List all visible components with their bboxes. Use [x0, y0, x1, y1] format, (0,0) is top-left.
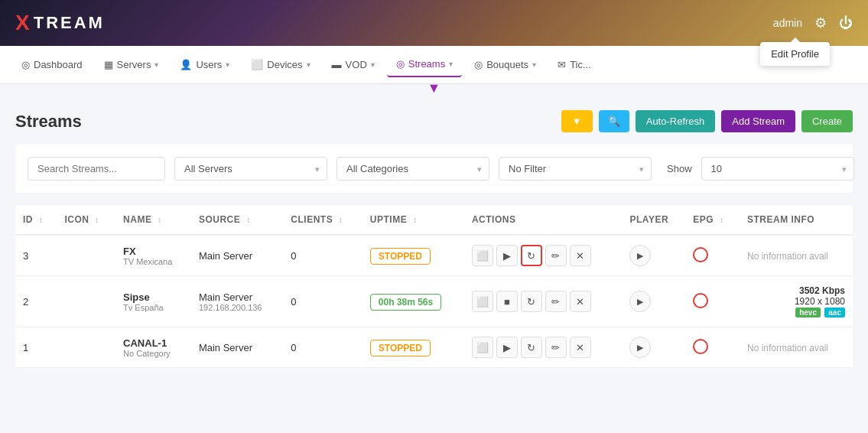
row-name: Sipse Tv España — [115, 276, 191, 327]
reload-button[interactable]: ↻ — [521, 291, 542, 312]
delete-button[interactable]: ✕ — [570, 337, 591, 358]
stop-button[interactable]: ■ — [496, 291, 518, 312]
logo: X TREAM — [15, 11, 105, 35]
show-label: Show — [667, 163, 692, 174]
reload-button[interactable]: ↻ — [521, 245, 542, 266]
users-icon: 👤 — [180, 59, 192, 70]
stream-name: Sipse — [123, 291, 184, 303]
power-icon[interactable]: ⏻ — [839, 15, 853, 31]
bouquets-icon: ◎ — [474, 59, 483, 70]
settings-icon[interactable]: ⚙ — [814, 15, 827, 31]
vod-icon: ▬ — [332, 59, 342, 70]
edit-button[interactable]: ✏ — [545, 291, 567, 312]
nav-label-servers: Servers — [117, 59, 151, 70]
page-title: Streams — [15, 112, 82, 132]
row-source: Main Server 192.168.200.136 — [191, 276, 283, 327]
streams-dropdown-arrow: ▼ — [0, 81, 868, 95]
row-epg — [685, 276, 740, 327]
filter-select[interactable]: No Filter — [499, 157, 652, 181]
search-button[interactable]: 🔍 — [599, 110, 629, 132]
play-button[interactable]: ▶ — [496, 245, 518, 266]
delete-button[interactable]: ✕ — [570, 291, 591, 312]
row-id: 1 — [15, 327, 57, 368]
nav-label-users: Users — [196, 59, 222, 70]
row-name: CANAL-1 No Category — [115, 327, 191, 368]
stream-sub: Tv España — [123, 303, 184, 312]
search-input[interactable] — [28, 157, 165, 181]
status-badge: 00h 38m 56s — [370, 294, 441, 311]
chevron-down-icon: ▾ — [307, 60, 310, 69]
col-epg: EPG ↕ — [685, 205, 740, 235]
action-buttons: ⬜ ▶ ↻ ✏ ✕ — [472, 245, 615, 266]
edit-button[interactable]: ✏ — [545, 245, 567, 266]
add-stream-button[interactable]: Add Stream — [721, 110, 795, 132]
col-uptime: UPTIME ↕ — [362, 205, 464, 235]
row-uptime: 00h 38m 56s — [362, 276, 464, 327]
nav-item-vod[interactable]: ▬ VOD ▾ — [323, 53, 384, 77]
stream-name: CANAL-1 — [123, 337, 184, 349]
source-ip: 192.168.200.136 — [199, 303, 275, 312]
row-icon — [57, 327, 115, 368]
chevron-down-icon: ▾ — [154, 60, 158, 69]
categories-select[interactable]: All Categories — [336, 157, 489, 181]
row-player: ▶ — [622, 276, 685, 327]
auto-refresh-button[interactable]: Auto-Refresh — [636, 110, 716, 132]
action-buttons: ⬜ ▶ ↻ ✏ ✕ — [472, 337, 615, 358]
nav-item-dashboard[interactable]: ◎ Dashboard — [12, 53, 92, 77]
col-icon: ICON ↕ — [57, 205, 115, 235]
video-codec: hevc — [795, 308, 821, 317]
nav-label-bouquets: Bouquets — [486, 59, 528, 70]
stream-sub: TV Mexicana — [123, 257, 184, 266]
status-badge: STOPPED — [370, 248, 431, 265]
row-player: ▶ — [622, 327, 685, 368]
edit-profile-tooltip: Edit Profile — [760, 42, 830, 66]
col-clients: CLIENTS ↕ — [283, 205, 362, 235]
col-name: NAME ↕ — [115, 205, 191, 235]
row-actions: ⬜ ▶ ↻ ✏ ✕ — [464, 235, 623, 276]
player-play-button[interactable]: ▶ — [629, 245, 651, 266]
audio-codec: aac — [824, 308, 845, 317]
nav-item-bouquets[interactable]: ◎ Bouquets ▾ — [465, 53, 545, 77]
stream-info-text: No information avail — [747, 343, 828, 353]
categories-select-wrapper: All Categories ▾ — [336, 157, 489, 181]
nav-item-tickets[interactable]: ✉ Tic... — [548, 53, 600, 77]
col-actions: ACTIONS — [464, 205, 623, 235]
row-actions: ⬜ ▶ ↻ ✏ ✕ — [464, 327, 623, 368]
username-label: admin — [773, 17, 802, 29]
filters-row: All Servers Main Server ▾ All Categories… — [15, 145, 853, 193]
codecs: hevc aac — [747, 307, 845, 317]
servers-select[interactable]: All Servers Main Server — [174, 157, 327, 181]
player-play-button[interactable]: ▶ — [629, 291, 651, 312]
streams-header: Streams ▼ 🔍 Auto-Refresh Add Stream Crea… — [15, 110, 853, 132]
reload-button[interactable]: ↻ — [521, 337, 542, 358]
epg-status — [693, 293, 708, 308]
nav-item-streams[interactable]: ◎ Streams ▾ — [387, 52, 462, 77]
main-content: Streams ▼ 🔍 Auto-Refresh Add Stream Crea… — [0, 95, 868, 383]
nav-item-devices[interactable]: ⬜ Devices ▾ — [242, 53, 319, 77]
delete-button[interactable]: ✕ — [570, 245, 591, 266]
logo-text: TREAM — [34, 13, 105, 33]
copy-button[interactable]: ⬜ — [472, 291, 493, 312]
row-source: Main Server — [191, 235, 283, 276]
row-uptime: STOPPED — [362, 235, 464, 276]
row-stream-info: No information avail — [740, 327, 853, 368]
row-clients: 0 — [283, 276, 362, 327]
row-player: ▶ — [622, 235, 685, 276]
search-icon: 🔍 — [608, 116, 620, 127]
show-select[interactable]: 10 25 50 100 — [701, 157, 854, 181]
nav-item-users[interactable]: 👤 Users ▾ — [171, 53, 239, 77]
row-uptime: STOPPED — [362, 327, 464, 368]
edit-button[interactable]: ✏ — [545, 337, 567, 358]
player-play-button[interactable]: ▶ — [629, 337, 651, 358]
play-button[interactable]: ▶ — [496, 337, 518, 358]
nav-label-devices: Devices — [267, 59, 302, 70]
nav-item-servers[interactable]: ▦ Servers ▾ — [95, 53, 168, 77]
row-stream-info: 3502 Kbps 1920 x 1080 hevc aac — [740, 276, 853, 327]
row-icon — [57, 276, 115, 327]
create-button[interactable]: Create — [801, 110, 853, 132]
chevron-down-icon: ▾ — [449, 60, 453, 68]
filter-button[interactable]: ▼ — [561, 110, 593, 132]
tickets-icon: ✉ — [558, 59, 566, 70]
copy-button[interactable]: ⬜ — [472, 337, 493, 358]
copy-button[interactable]: ⬜ — [472, 245, 493, 266]
